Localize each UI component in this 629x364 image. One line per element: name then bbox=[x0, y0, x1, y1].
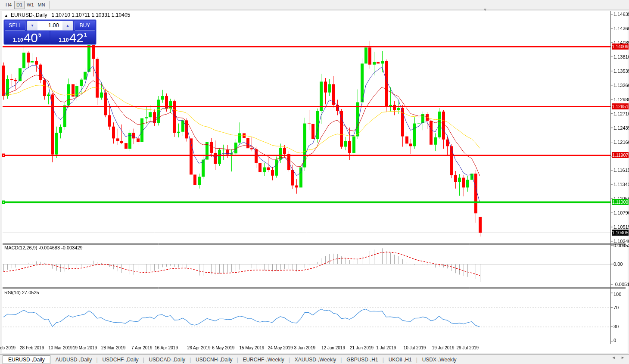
rsi-tick: 0 bbox=[613, 338, 616, 343]
macd-label: MACD(12,26,9) -0.004683 -0.003429 bbox=[4, 245, 83, 250]
date-label: 28 Mar 2019 bbox=[101, 345, 125, 350]
buy-price-pip: 1 bbox=[84, 32, 87, 38]
one-click-trading-panel: SELL ▼ 1.00 ▲ BUY 1.10405 1.10421 bbox=[3, 19, 97, 45]
price-tick: 1.12985 bbox=[613, 97, 629, 102]
price-badge-1.10405: 1.10405 bbox=[612, 230, 629, 236]
buy-price-prefix: 1.10 bbox=[59, 37, 69, 43]
price-tick: 1.11615 bbox=[613, 168, 629, 173]
date-label: 3 Jun 2019 bbox=[294, 345, 316, 350]
volume-input[interactable]: 1.00 bbox=[37, 21, 62, 30]
tab-xauusd-weekly[interactable]: XAUUSD-,Weekly bbox=[290, 356, 341, 364]
volume-increase-icon[interactable]: ▲ bbox=[62, 21, 73, 30]
date-label: 19 Jul 2019 bbox=[432, 345, 455, 350]
tab-audusd-daily[interactable]: AUDUSD-,Daily bbox=[50, 356, 97, 364]
tab-eurusd-daily[interactable]: EURUSD-,Daily bbox=[3, 355, 50, 364]
tab-usdcnh-daily[interactable]: USDCNH-,Daily bbox=[190, 356, 237, 364]
sell-price-prefix: 1.10 bbox=[13, 37, 23, 43]
date-label: 19 Mar 2019 bbox=[73, 345, 97, 350]
volume-decrease-icon[interactable]: ▼ bbox=[27, 21, 37, 30]
date-label: 28 Feb 2019 bbox=[20, 345, 44, 350]
price-tick: 1.14635 bbox=[613, 12, 629, 17]
price-badge-1.11907: 1.11907 bbox=[612, 152, 629, 158]
macd-tick: -0.005122 bbox=[613, 282, 629, 287]
tab-scroll-left-icon[interactable]: ◄ bbox=[612, 355, 616, 360]
macd-tick: 0.00 bbox=[613, 261, 623, 267]
buy-price-panel[interactable]: 1.10421 bbox=[50, 31, 95, 44]
rsi-tick: 30 bbox=[613, 324, 619, 329]
date-label: 19 Feb 2019 bbox=[0, 345, 16, 350]
tab-scroll-right-icon[interactable]: ► bbox=[621, 355, 625, 360]
date-label: 26 Apr 2019 bbox=[187, 345, 211, 350]
tab-usdchf-daily[interactable]: USDCHF-,Daily bbox=[97, 356, 143, 364]
date-label: 24 May 2019 bbox=[268, 345, 293, 350]
chart-ohlc-values: 1.10710 1.10711 1.10331 1.10405 bbox=[52, 12, 131, 18]
chart-symbol-period: EURUSD-,Daily bbox=[11, 12, 47, 18]
sell-price-big: 40 bbox=[24, 32, 38, 44]
sell-button[interactable]: SELL bbox=[5, 21, 25, 31]
date-label: 29 Jul 2019 bbox=[456, 345, 479, 350]
price-tick: 1.10790 bbox=[613, 210, 629, 215]
chart-canvas[interactable] bbox=[0, 0, 629, 364]
chart-tab-bar: EURUSD-,DailyAUDUSD-,DailyUSDCHF-,DailyU… bbox=[0, 355, 629, 364]
price-tick: 1.12160 bbox=[613, 140, 629, 145]
date-label: 16 Apr 2019 bbox=[155, 345, 178, 350]
rsi-label: RSI(14) 27.0525 bbox=[4, 290, 39, 295]
price-tick: 1.13535 bbox=[613, 68, 629, 74]
sell-price-pip: 5 bbox=[38, 32, 41, 38]
rsi-tick: 70 bbox=[613, 305, 619, 310]
chart-title: ▲EURUSD-,Daily1.10710 1.10711 1.10331 1.… bbox=[4, 12, 130, 18]
price-tick: 1.14360 bbox=[613, 26, 629, 31]
date-label: 6 May 2019 bbox=[212, 345, 234, 350]
price-badge-1.12851: 1.12851 bbox=[612, 103, 629, 109]
volume-stepper: ▼ 1.00 ▲ bbox=[27, 21, 73, 31]
date-label: 12 Jun 2019 bbox=[321, 345, 345, 350]
price-tick: 1.12710 bbox=[613, 111, 629, 116]
tab-scroll-arrows: ◄ ► bbox=[607, 355, 625, 360]
date-label: 1 Jul 2019 bbox=[376, 345, 396, 350]
price-badge-1.14009: 1.14009 bbox=[612, 44, 629, 50]
date-label: 15 May 2019 bbox=[240, 345, 265, 350]
tab-eurchf-weekly[interactable]: EURCHF-,Weekly bbox=[237, 356, 289, 364]
buy-price-big: 42 bbox=[69, 32, 84, 44]
macd-tick: 0.004532 bbox=[613, 243, 629, 248]
one-click-collapse-icon[interactable]: ▲ bbox=[4, 13, 8, 18]
price-tick: 1.11340 bbox=[613, 182, 629, 187]
price-tick: 1.13810 bbox=[613, 54, 629, 59]
price-badge-1.11000: 1.11000 bbox=[612, 199, 629, 205]
price-tick: 1.10515 bbox=[613, 224, 629, 230]
tab-usdx-weekly[interactable]: USDX-,Weekly bbox=[417, 356, 462, 364]
buy-button[interactable]: BUY bbox=[75, 21, 95, 31]
price-tick: 1.13260 bbox=[613, 83, 629, 88]
tab-ukoil-h1[interactable]: UKOil-,H1 bbox=[383, 356, 417, 364]
date-label: 10 Jul 2019 bbox=[404, 345, 426, 350]
date-label: 10 Mar 2019 bbox=[48, 345, 72, 350]
chart-shift-marker-icon[interactable]: ▼ bbox=[483, 7, 487, 12]
sell-price-panel[interactable]: 1.10405 bbox=[5, 31, 50, 44]
date-label: 21 Jun 2019 bbox=[350, 345, 374, 350]
rsi-tick: 100 bbox=[613, 292, 621, 297]
tab-gbpusd-h1[interactable]: GBPUSD-,H1 bbox=[341, 356, 383, 364]
price-tick: 1.12435 bbox=[613, 125, 629, 131]
date-label: 7 Apr 2019 bbox=[131, 345, 152, 350]
tab-usdcad-daily[interactable]: USDCAD-,Daily bbox=[143, 356, 190, 364]
